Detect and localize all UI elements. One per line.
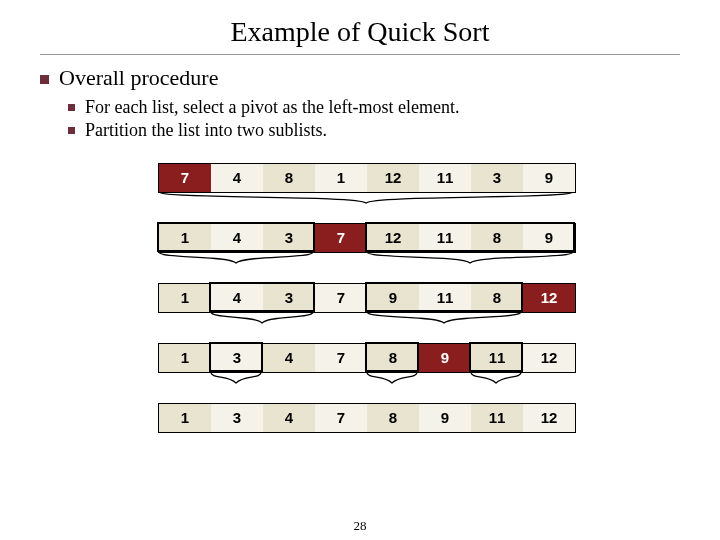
array-cell: 7 bbox=[315, 404, 367, 432]
curly-brace-icon bbox=[366, 371, 418, 385]
array-row: 1347891112 bbox=[158, 343, 576, 373]
bullet-partition-text: Partition the list into two sublists. bbox=[85, 120, 327, 140]
bullet-pivot-text: For each list, select a pivot as the lef… bbox=[85, 97, 459, 117]
array-cell: 9 bbox=[367, 284, 419, 312]
array-row: 1347891112 bbox=[158, 403, 576, 433]
array-row: 1437121189 bbox=[158, 223, 576, 253]
array-cell: 12 bbox=[523, 344, 575, 372]
array-cell: 1 bbox=[159, 224, 211, 252]
array-cell: 11 bbox=[419, 164, 471, 192]
array-cell: 11 bbox=[419, 224, 471, 252]
array-cell: 8 bbox=[263, 164, 315, 192]
array-cell: 3 bbox=[211, 344, 263, 372]
curly-brace-icon bbox=[210, 371, 262, 385]
array-row-block: 1437911812 bbox=[158, 283, 680, 313]
bullet-partition: Partition the list into two sublists. bbox=[68, 120, 680, 141]
array-cell: 12 bbox=[523, 404, 575, 432]
array-cell: 9 bbox=[523, 164, 575, 192]
array-cell: 9 bbox=[523, 224, 575, 252]
array-row-block: 1437121189 bbox=[158, 223, 680, 253]
array-cell: 8 bbox=[471, 284, 523, 312]
array-cell: 1 bbox=[159, 284, 211, 312]
curly-brace-icon bbox=[158, 251, 314, 265]
array-cell: 4 bbox=[211, 284, 263, 312]
curly-brace-icon bbox=[158, 191, 574, 205]
array-cell: 11 bbox=[471, 404, 523, 432]
array-cell: 11 bbox=[419, 284, 471, 312]
array-rows-container: 7481121139143712118914379118121347891112… bbox=[158, 163, 680, 433]
array-cell: 12 bbox=[367, 224, 419, 252]
bullet-overall: Overall procedure bbox=[40, 65, 680, 91]
array-cell: 8 bbox=[367, 404, 419, 432]
array-cell: 4 bbox=[263, 404, 315, 432]
page-number: 28 bbox=[0, 518, 720, 534]
bullet-overall-text: Overall procedure bbox=[59, 65, 218, 90]
array-row-block: 1347891112 bbox=[158, 343, 680, 373]
array-cell: 4 bbox=[263, 344, 315, 372]
array-cell: 4 bbox=[211, 164, 263, 192]
array-row: 7481121139 bbox=[158, 163, 576, 193]
square-bullet-icon bbox=[68, 104, 75, 111]
pivot-cell: 7 bbox=[315, 224, 367, 252]
square-bullet-icon bbox=[68, 127, 75, 134]
array-cell: 12 bbox=[367, 164, 419, 192]
array-cell: 4 bbox=[211, 224, 263, 252]
array-row-block: 7481121139 bbox=[158, 163, 680, 193]
array-row-block: 1347891112 bbox=[158, 403, 680, 433]
array-cell: 1 bbox=[159, 344, 211, 372]
array-cell: 7 bbox=[315, 344, 367, 372]
array-cell: 9 bbox=[419, 404, 471, 432]
pivot-cell: 12 bbox=[523, 284, 575, 312]
array-cell: 8 bbox=[367, 344, 419, 372]
array-cell: 3 bbox=[263, 284, 315, 312]
curly-brace-icon bbox=[366, 311, 522, 325]
array-cell: 1 bbox=[159, 404, 211, 432]
square-bullet-icon bbox=[40, 75, 49, 84]
array-cell: 8 bbox=[471, 224, 523, 252]
array-cell: 7 bbox=[315, 284, 367, 312]
curly-brace-icon bbox=[210, 311, 314, 325]
array-row: 1437911812 bbox=[158, 283, 576, 313]
title-rule bbox=[40, 54, 680, 55]
array-cell: 3 bbox=[263, 224, 315, 252]
array-cell: 1 bbox=[315, 164, 367, 192]
bullet-pivot: For each list, select a pivot as the lef… bbox=[68, 97, 680, 118]
curly-brace-icon bbox=[366, 251, 574, 265]
pivot-cell: 7 bbox=[159, 164, 211, 192]
array-cell: 11 bbox=[471, 344, 523, 372]
pivot-cell: 9 bbox=[419, 344, 471, 372]
array-cell: 3 bbox=[211, 404, 263, 432]
curly-brace-icon bbox=[470, 371, 522, 385]
array-cell: 3 bbox=[471, 164, 523, 192]
slide-title: Example of Quick Sort bbox=[40, 16, 680, 48]
